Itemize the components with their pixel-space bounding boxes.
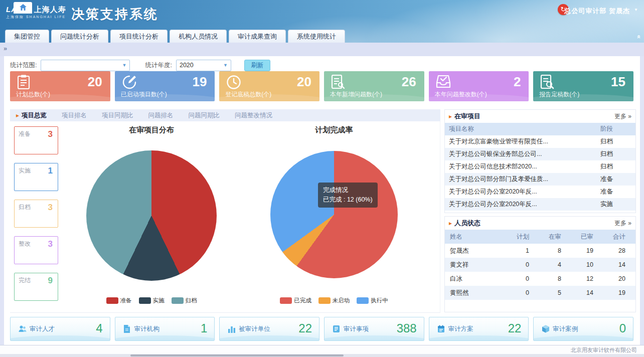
table-row[interactable]: 黄文祥 0 4 10 14: [445, 258, 635, 272]
table-row[interactable]: 黄熙然 0 5 14 19: [445, 286, 635, 300]
legend-item[interactable]: 未启动: [318, 297, 350, 304]
legend-swatch: [106, 297, 118, 304]
collapse-header-icon[interactable]: »: [634, 35, 642, 39]
bottom-stat-card[interactable]: 审计案例 0: [533, 317, 633, 341]
footer: 北京用友审计软件有限公司: [0, 345, 644, 354]
nav-tab[interactable]: 项目统计分析: [110, 30, 168, 43]
refresh-button[interactable]: 刷新: [244, 60, 270, 71]
section-tab[interactable]: 问题排名: [148, 111, 174, 120]
main-content: 统计范围: ▼ 统计年度: 2020 ▼ 刷新 20 计划总数(个): [4, 56, 640, 345]
staff-table: 姓名 计划 在审 已审 合计 贺晟杰 1 8 19 28: [445, 230, 635, 300]
legend-swatch: [139, 297, 151, 304]
chevron-down-icon[interactable]: ▼: [634, 8, 638, 12]
doc-search-icon: [331, 75, 345, 92]
stat-value: 20: [297, 74, 311, 90]
year-select[interactable]: 2020 ▼: [176, 60, 231, 71]
staff-planned: 0: [502, 275, 534, 282]
stat-label: 登记底稿总数(个): [225, 90, 271, 99]
bottom-stat-card[interactable]: 审计事项 388: [324, 317, 424, 341]
table-row[interactable]: 关于对总公司办公室2020年反... 实施: [445, 198, 635, 211]
nav-tab[interactable]: 机构人员情况: [170, 30, 227, 43]
status-box[interactable]: 准备 3: [14, 126, 58, 154]
nav-tab[interactable]: 审计成果查询: [229, 30, 286, 43]
section-tab[interactable]: 项目同期比: [102, 111, 133, 120]
home-tab[interactable]: [14, 2, 32, 14]
table-row[interactable]: 关于对北京富豪物业管理有限责任... 归档: [445, 135, 635, 148]
bar-chart-icon: [228, 325, 236, 335]
clipboard-icon: [17, 75, 30, 92]
projects-table: 项目名称 阶段 关于对北京富豪物业管理有限责任... 归档 关于对总公司银保业务…: [445, 123, 635, 211]
pie-chart-projects[interactable]: [86, 150, 217, 281]
expand-tabs-icon[interactable]: »: [4, 45, 7, 52]
bottom-stat-label: 审计案例: [553, 325, 578, 333]
more-link[interactable]: 更多 »: [614, 112, 631, 121]
bottom-stat-card[interactable]: 审计机构 1: [115, 317, 215, 341]
legend-item[interactable]: 执行中: [357, 297, 388, 304]
project-name: 关于对北京富豪物业管理有限责任...: [449, 137, 600, 146]
footer-company: 北京用友审计软件有限公司: [571, 346, 637, 354]
section-tab[interactable]: 问题同期比: [189, 111, 220, 120]
stat-value: 15: [611, 74, 625, 90]
bottom-stat-card[interactable]: 被审计单位 22: [219, 317, 319, 341]
table-header: 项目名称 阶段: [445, 123, 635, 135]
nav-tab[interactable]: 系统使用统计: [288, 30, 345, 43]
chart-area: 准备 3 实施 1 归档 3 整改 3: [10, 121, 440, 313]
status-value: 3: [48, 203, 53, 213]
stat-card[interactable]: 2 本年问题整改数(个): [429, 71, 529, 101]
status-box[interactable]: 整改 3: [14, 236, 58, 264]
stat-value: 26: [402, 74, 416, 90]
legend-item[interactable]: 准备: [106, 297, 132, 304]
bottom-stat-card[interactable]: 审计人才 4: [10, 317, 110, 341]
stat-card[interactable]: 19 已启动项目数(个): [115, 71, 215, 101]
stat-card[interactable]: 20 计划总数(个): [10, 71, 110, 101]
pie-chart-completion[interactable]: [270, 151, 398, 278]
scrollbar-thumb[interactable]: [130, 354, 344, 356]
legend-item[interactable]: 已完成: [280, 297, 311, 304]
clock-icon: [226, 75, 241, 92]
bottom-stat-card[interactable]: 审计方案 22: [429, 317, 529, 341]
legend-label: 已完成: [294, 297, 311, 304]
legend-label: 执行中: [371, 297, 388, 304]
table-header: 姓名 计划 在审 已审 合计: [445, 230, 635, 244]
bottom-stat-value: 0: [619, 321, 626, 335]
bottom-stat-value: 4: [96, 321, 102, 335]
project-stage: 归档: [600, 137, 631, 146]
panel-title: 人员状态: [449, 219, 480, 228]
status-box[interactable]: 实施 1: [14, 163, 58, 191]
section-tab[interactable]: 问题整改情况: [235, 111, 272, 120]
status-box[interactable]: 归档 3: [14, 200, 58, 228]
staff-planned: 1: [502, 247, 534, 254]
nav-tab[interactable]: 问题统计分析: [51, 30, 108, 43]
legend-item[interactable]: 归档: [172, 297, 197, 304]
status-box[interactable]: 完结 9: [14, 273, 58, 301]
project-stage: 准备: [600, 175, 631, 184]
panel-title: 在审项目: [449, 112, 480, 121]
scope-select[interactable]: ▼: [41, 60, 130, 71]
staff-total: 28: [598, 247, 630, 254]
project-stage: 归档: [600, 150, 631, 158]
table-row[interactable]: 贺晟杰 1 8 19 28: [445, 244, 635, 258]
stat-card[interactable]: 15 报告定稿数(个): [533, 71, 633, 101]
stat-card[interactable]: 20 登记底稿总数(个): [219, 71, 319, 101]
project-name: 关于对总公司信息技术部2020...: [449, 162, 600, 171]
more-link[interactable]: 更多 »: [614, 219, 631, 228]
staff-name: 黄熙然: [450, 289, 502, 297]
stat-card[interactable]: 26 本年新增问题数(个): [324, 71, 424, 101]
section-tab[interactable]: 项目总览: [16, 111, 47, 120]
stat-label: 计划总数(个): [16, 90, 50, 99]
table-row[interactable]: 关于对总公司部分部门及孝爱佳质... 准备: [445, 173, 635, 186]
legend-projects: 准备实施归档: [86, 297, 217, 304]
section-tab[interactable]: 项目排名: [62, 111, 87, 120]
staff-planned: 0: [502, 289, 534, 296]
legend-item[interactable]: 实施: [139, 297, 165, 304]
user-menu[interactable]: 总公司审计部 贺晟杰: [564, 7, 630, 16]
status-label: 整改: [19, 240, 31, 248]
nav-tab[interactable]: 集团管控: [5, 30, 49, 43]
table-row[interactable]: 关于对总公司信息技术部2020... 归档: [445, 160, 635, 173]
table-row[interactable]: 关于对总公司办公室2020年反... 准备: [445, 186, 635, 198]
project-stage: 实施: [600, 200, 631, 209]
table-row[interactable]: 白冰 0 8 12 20: [445, 272, 635, 286]
bottom-stat-label: 审计人才: [30, 325, 55, 333]
status-value: 1: [48, 166, 53, 176]
table-row[interactable]: 关于对总公司银保业务部总公司... 归档: [445, 148, 635, 160]
